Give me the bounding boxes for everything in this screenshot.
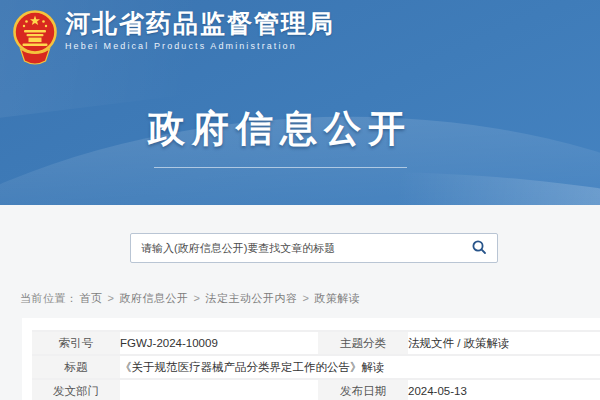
breadcrumb-separator: > <box>193 292 200 304</box>
index-number-value: FGWJ-2024-10009 <box>120 331 318 355</box>
breadcrumb: 当前位置：首页>政府信息公开>法定主动公开内容>政策解读 <box>20 291 362 306</box>
document-meta-table: 索引号 FGWJ-2024-10009 主题分类 法规文件 / 政策解读 标题 … <box>32 330 600 400</box>
site-subtitle: Hebei Medical Products Administration <box>65 41 335 51</box>
title-value: 《关于规范医疗器械产品分类界定工作的公告》解读 <box>120 355 600 379</box>
topic-category-label: 主题分类 <box>318 331 408 355</box>
brand-text: 河北省药品监督管理局 Hebei Medical Products Admini… <box>65 9 335 51</box>
breadcrumb-item-gov-info[interactable]: 政府信息公开 <box>119 292 188 304</box>
search-box <box>130 233 498 263</box>
banner: 政府信息公开 <box>0 104 560 168</box>
page-title: 政府信息公开 <box>0 104 560 154</box>
issuing-department-label: 发文部门 <box>32 379 120 400</box>
search-button[interactable] <box>461 234 497 262</box>
breadcrumb-item-home[interactable]: 首页 <box>80 292 103 304</box>
publish-date-label: 发布日期 <box>318 379 408 400</box>
table-row-index: 索引号 FGWJ-2024-10009 主题分类 法规文件 / 政策解读 <box>32 331 600 355</box>
issuing-department-value <box>120 379 318 400</box>
breadcrumb-item-disclosure-content[interactable]: 法定主动公开内容 <box>205 292 297 304</box>
breadcrumb-item-policy-interpretation[interactable]: 政策解读 <box>314 292 360 304</box>
search-input[interactable] <box>131 234 461 262</box>
breadcrumb-prefix: 当前位置： <box>20 292 78 304</box>
banner-underline <box>154 167 407 168</box>
table-row-title: 标题 《关于规范医疗器械产品分类界定工作的公告》解读 <box>32 355 600 379</box>
national-emblem-icon <box>13 9 57 71</box>
breadcrumb-separator: > <box>108 292 115 304</box>
publish-date-value: 2024-05-13 <box>408 379 600 400</box>
content-area: 当前位置：首页>政府信息公开>法定主动公开内容>政策解读 索引号 FGWJ-20… <box>0 205 600 400</box>
detail-panel: 索引号 FGWJ-2024-10009 主题分类 法规文件 / 政策解读 标题 … <box>22 318 600 400</box>
site-brand-link[interactable]: 河北省药品监督管理局 Hebei Medical Products Admini… <box>13 9 335 71</box>
site-title: 河北省药品监督管理局 <box>65 9 335 38</box>
breadcrumb-separator: > <box>302 292 309 304</box>
index-number-label: 索引号 <box>32 331 120 355</box>
title-label: 标题 <box>32 355 120 379</box>
hero-header: 河北省药品监督管理局 Hebei Medical Products Admini… <box>0 0 600 205</box>
topic-category-value: 法规文件 / 政策解读 <box>408 331 600 355</box>
table-row-department: 发文部门 发布日期 2024-05-13 <box>32 379 600 400</box>
search-icon <box>471 239 487 258</box>
